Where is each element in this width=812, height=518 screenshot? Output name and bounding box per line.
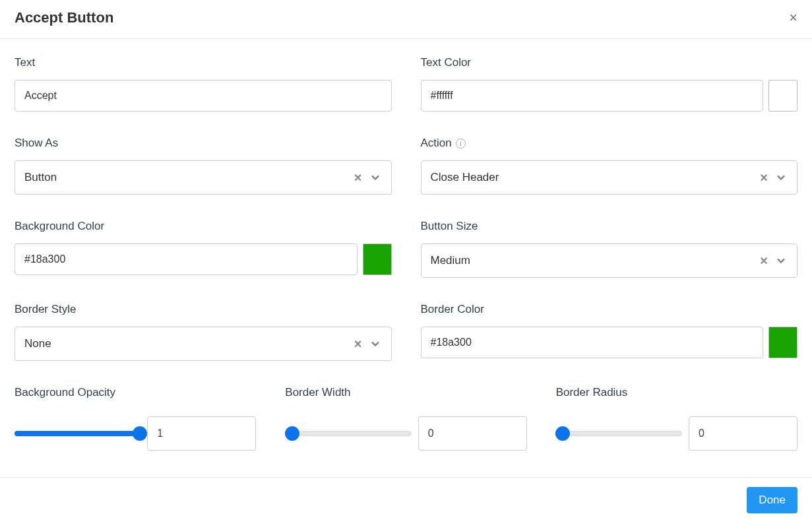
- background-color-swatch[interactable]: [363, 243, 392, 275]
- clear-icon[interactable]: ×: [354, 337, 362, 350]
- border-radius-slider[interactable]: [556, 431, 682, 436]
- background-color-row: [15, 243, 392, 275]
- border-radius-label: Border Radius: [556, 386, 797, 399]
- button-size-select[interactable]: Medium ×: [421, 243, 798, 278]
- border-width-label: Border Width: [285, 386, 526, 399]
- border-width-control: [285, 416, 526, 451]
- background-color-field: Background Color: [15, 220, 392, 278]
- chevron-down-icon[interactable]: [369, 171, 382, 184]
- modal-footer: Done: [0, 477, 812, 518]
- clear-icon[interactable]: ×: [354, 171, 362, 184]
- border-radius-field: Border Radius: [556, 386, 797, 451]
- border-radius-control: [556, 416, 797, 451]
- background-color-label: Background Color: [15, 220, 392, 233]
- modal-title: Accept Button: [15, 9, 113, 26]
- border-style-icons: ×: [354, 337, 382, 350]
- action-icons: ×: [760, 171, 788, 184]
- button-size-value: Medium: [431, 254, 761, 267]
- border-width-slider[interactable]: [285, 431, 411, 436]
- border-style-select[interactable]: None ×: [15, 327, 392, 361]
- clear-icon[interactable]: ×: [760, 254, 768, 267]
- text-color-swatch[interactable]: [768, 80, 797, 112]
- border-color-row: [421, 327, 798, 358]
- border-radius-value-input[interactable]: [689, 416, 797, 451]
- border-style-label: Border Style: [15, 303, 392, 316]
- background-opacity-value-input[interactable]: [147, 416, 256, 451]
- clear-icon[interactable]: ×: [760, 171, 768, 184]
- show-as-label: Show As: [15, 137, 392, 150]
- show-as-icons: ×: [354, 171, 382, 184]
- show-as-select[interactable]: Button ×: [15, 160, 392, 195]
- slider-thumb[interactable]: [133, 426, 147, 441]
- accept-button-modal: Accept Button × Text Text Color Show As: [0, 0, 812, 518]
- text-color-row: [421, 80, 798, 112]
- slider-fill: [15, 431, 139, 436]
- background-color-input[interactable]: [15, 243, 358, 275]
- border-color-label: Border Color: [421, 303, 798, 316]
- close-icon[interactable]: ×: [789, 11, 797, 25]
- border-color-swatch[interactable]: [768, 327, 797, 358]
- background-opacity-field: Background Opacity: [15, 386, 256, 451]
- sliders-row: Background Opacity Border Width: [15, 386, 797, 451]
- fields-grid: Text Text Color Show As Button ×: [15, 56, 797, 361]
- border-width-value-input[interactable]: [418, 416, 527, 451]
- text-field: Text: [15, 56, 392, 112]
- background-opacity-control: [15, 416, 256, 451]
- button-size-field: Button Size Medium ×: [421, 220, 798, 278]
- chevron-down-icon[interactable]: [774, 171, 788, 184]
- text-label: Text: [15, 56, 392, 69]
- action-select[interactable]: Close Header ×: [421, 160, 798, 195]
- modal-body: Text Text Color Show As Button ×: [0, 39, 812, 477]
- show-as-value: Button: [24, 171, 354, 184]
- border-style-field: Border Style None ×: [15, 303, 392, 361]
- action-value: Close Header: [431, 171, 761, 184]
- text-color-field: Text Color: [421, 56, 798, 112]
- slider-thumb[interactable]: [555, 426, 570, 441]
- text-color-input[interactable]: [421, 80, 764, 112]
- border-color-input[interactable]: [421, 327, 764, 358]
- show-as-field: Show As Button ×: [15, 137, 392, 195]
- done-button[interactable]: Done: [747, 487, 797, 513]
- border-width-field: Border Width: [285, 386, 526, 451]
- text-color-label: Text Color: [421, 56, 798, 69]
- button-size-icons: ×: [760, 254, 788, 267]
- chevron-down-icon[interactable]: [369, 337, 382, 350]
- text-input[interactable]: [15, 80, 392, 112]
- background-opacity-label: Background Opacity: [15, 386, 256, 399]
- action-label: Action i: [421, 137, 798, 150]
- background-opacity-slider[interactable]: [15, 431, 141, 436]
- modal-header: Accept Button ×: [0, 0, 812, 39]
- slider-thumb[interactable]: [285, 426, 299, 441]
- info-icon[interactable]: i: [456, 139, 466, 148]
- border-style-value: None: [24, 337, 354, 350]
- action-label-text: Action: [421, 137, 452, 150]
- action-field: Action i Close Header ×: [421, 137, 798, 195]
- button-size-label: Button Size: [421, 220, 798, 233]
- border-color-field: Border Color: [421, 303, 798, 361]
- chevron-down-icon[interactable]: [774, 254, 788, 267]
